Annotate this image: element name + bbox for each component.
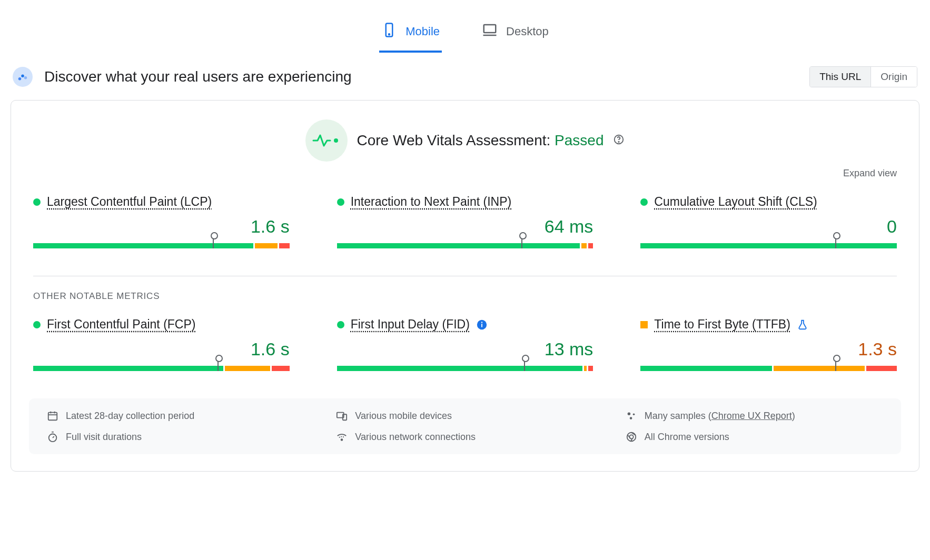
- status-dot-good: [33, 321, 41, 328]
- footer-samples: Many samples (Chrome UX Report): [626, 410, 883, 422]
- assessment-text: Core Web Vitals Assessment: Passed: [357, 132, 604, 149]
- metric-ttfb-name[interactable]: Time to First Byte (TTFB): [654, 317, 790, 332]
- metric-cls: Cumulative Layout Shift (CLS) 0: [640, 195, 897, 248]
- footer-network: Various network connections: [336, 431, 593, 443]
- footer-durations: Full visit durations: [47, 431, 304, 443]
- other-metrics-grid: First Contentful Paint (FCP) 1.6 s First…: [33, 317, 897, 371]
- core-metrics-grid: Largest Contentful Paint (LCP) 1.6 s Int…: [33, 195, 897, 248]
- assessment-label: Core Web Vitals Assessment:: [357, 132, 551, 148]
- crux-icon: [13, 67, 33, 87]
- footer-period: Latest 28-day collection period: [47, 410, 304, 422]
- svg-point-21: [629, 417, 632, 419]
- svg-point-20: [632, 413, 635, 415]
- crux-report-link[interactable]: Chrome UX Report: [711, 411, 792, 421]
- footer-devices: Various mobile devices: [336, 410, 593, 422]
- scope-origin[interactable]: Origin: [870, 67, 917, 87]
- metric-inp: Interaction to Next Paint (INP) 64 ms: [337, 195, 593, 248]
- field-data-card: Core Web Vitals Assessment: Passed Expan…: [11, 100, 919, 472]
- svg-rect-2: [484, 25, 496, 33]
- divider: [33, 276, 897, 276]
- metric-fcp-marker: [217, 358, 219, 371]
- device-tabs: Mobile Desktop: [11, 0, 919, 53]
- flask-icon[interactable]: [797, 319, 808, 331]
- tab-mobile[interactable]: Mobile: [379, 15, 442, 53]
- svg-point-7: [334, 138, 338, 143]
- svg-point-1: [389, 34, 390, 35]
- tab-desktop-label: Desktop: [506, 25, 549, 38]
- footer-versions: All Chrome versions: [626, 431, 883, 443]
- mobile-icon: [381, 22, 397, 41]
- svg-line-23: [53, 436, 54, 438]
- metric-fid-value: 13 ms: [337, 339, 593, 359]
- svg-point-6: [24, 76, 27, 79]
- metric-lcp-value: 1.6 s: [33, 216, 290, 237]
- svg-point-25: [341, 439, 343, 441]
- cwv-assessment: Core Web Vitals Assessment: Passed: [33, 119, 897, 162]
- status-dot-good: [337, 198, 344, 206]
- metric-inp-bar: [337, 237, 593, 248]
- svg-point-12: [481, 322, 482, 323]
- expand-view-button[interactable]: Expand view: [33, 168, 897, 179]
- metric-fcp-value: 1.6 s: [33, 339, 290, 359]
- scope-toggle: This URL Origin: [809, 66, 917, 87]
- page-title: Discover what your real users are experi…: [44, 68, 352, 85]
- metric-fid-bar: [337, 359, 593, 371]
- status-dot-good: [640, 198, 648, 206]
- status-dot-good: [33, 198, 41, 206]
- metadata-footer: Latest 28-day collection period Various …: [29, 398, 901, 454]
- metric-ttfb-bar: [640, 359, 897, 371]
- svg-point-22: [49, 434, 57, 442]
- metric-cls-bar: [640, 237, 897, 248]
- metric-fcp-bar: [33, 359, 290, 371]
- calendar-icon: [47, 410, 58, 422]
- svg-point-19: [627, 413, 630, 416]
- metric-fcp: First Contentful Paint (FCP) 1.6 s: [33, 317, 290, 371]
- status-dot-good: [337, 321, 344, 328]
- assessment-status: Passed: [555, 132, 603, 148]
- metric-lcp: Largest Contentful Paint (LCP) 1.6 s: [33, 195, 290, 248]
- tab-desktop[interactable]: Desktop: [480, 15, 551, 53]
- metric-lcp-bar: [33, 237, 290, 248]
- metric-cls-marker: [835, 236, 836, 248]
- metric-inp-marker: [521, 236, 522, 248]
- desktop-icon: [482, 22, 498, 41]
- metric-cls-name[interactable]: Cumulative Layout Shift (CLS): [654, 195, 817, 209]
- metric-ttfb-value: 1.3 s: [640, 339, 897, 359]
- svg-point-9: [619, 142, 619, 142]
- devices-icon: [336, 410, 348, 422]
- tab-mobile-label: Mobile: [405, 25, 440, 38]
- metric-fid: First Input Delay (FID) 13 ms: [337, 317, 593, 371]
- network-icon: [336, 431, 348, 443]
- status-square-warn: [640, 321, 648, 328]
- header-row: Discover what your real users are experi…: [11, 66, 919, 87]
- metric-lcp-name[interactable]: Largest Contentful Paint (LCP): [47, 195, 212, 209]
- samples-icon: [626, 410, 637, 422]
- metric-lcp-marker: [213, 236, 214, 248]
- svg-rect-11: [481, 324, 482, 327]
- metric-inp-name[interactable]: Interaction to Next Paint (INP): [351, 195, 512, 209]
- metric-cls-value: 0: [640, 216, 897, 237]
- metric-inp-value: 64 ms: [337, 216, 593, 237]
- metric-ttfb: Time to First Byte (TTFB) 1.3 s: [640, 317, 897, 371]
- metric-ttfb-marker: [835, 358, 836, 371]
- vitals-pass-icon: [305, 119, 348, 162]
- svg-rect-13: [48, 413, 57, 421]
- metric-fid-marker: [524, 358, 525, 371]
- svg-point-4: [18, 77, 22, 81]
- metric-fcp-name[interactable]: First Contentful Paint (FCP): [47, 317, 195, 332]
- scope-this-url[interactable]: This URL: [810, 67, 870, 87]
- metric-fid-name[interactable]: First Input Delay (FID): [351, 317, 470, 332]
- info-icon[interactable]: [476, 319, 488, 331]
- stopwatch-icon: [47, 431, 58, 443]
- other-metrics-heading: OTHER NOTABLE METRICS: [33, 291, 897, 302]
- svg-point-5: [21, 74, 24, 77]
- help-icon[interactable]: [613, 134, 625, 147]
- chrome-icon: [626, 431, 637, 443]
